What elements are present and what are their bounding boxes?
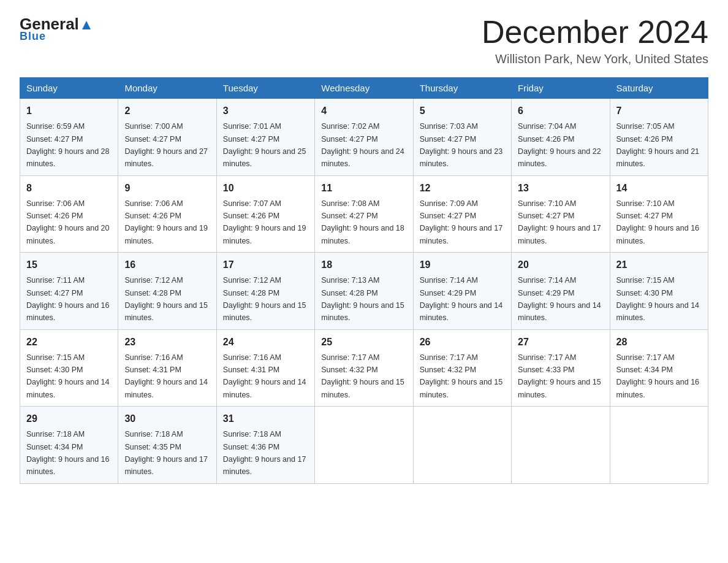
day-number: 27 — [518, 335, 603, 350]
day-info: Sunrise: 7:16 AMSunset: 4:31 PMDaylight:… — [223, 353, 306, 399]
day-info: Sunrise: 7:14 AMSunset: 4:29 PMDaylight:… — [518, 276, 601, 322]
calendar-cell: 31 Sunrise: 7:18 AMSunset: 4:36 PMDaylig… — [216, 407, 314, 484]
calendar-cell: 18 Sunrise: 7:13 AMSunset: 4:28 PMDaylig… — [315, 253, 413, 330]
day-info: Sunrise: 7:06 AMSunset: 4:26 PMDaylight:… — [124, 199, 208, 245]
calendar-cell: 19 Sunrise: 7:14 AMSunset: 4:29 PMDaylig… — [413, 253, 511, 330]
day-number: 11 — [321, 181, 406, 196]
day-number: 12 — [420, 181, 505, 196]
day-info: Sunrise: 7:08 AMSunset: 4:27 PMDaylight:… — [321, 199, 404, 245]
svg-marker-0 — [82, 21, 91, 29]
day-info: Sunrise: 7:06 AMSunset: 4:26 PMDaylight:… — [26, 199, 110, 245]
location-subtitle: Williston Park, New York, United States — [482, 52, 708, 66]
days-of-week-row: Sunday Monday Tuesday Wednesday Thursday… — [20, 78, 708, 99]
calendar-cell: 3 Sunrise: 7:01 AMSunset: 4:27 PMDayligh… — [216, 99, 314, 176]
day-number: 17 — [223, 258, 308, 272]
calendar-cell: 5 Sunrise: 7:03 AMSunset: 4:27 PMDayligh… — [413, 99, 511, 176]
calendar-cell: 1 Sunrise: 6:59 AMSunset: 4:27 PMDayligh… — [20, 99, 118, 176]
day-info: Sunrise: 7:17 AMSunset: 4:33 PMDaylight:… — [518, 353, 601, 399]
header-saturday: Saturday — [610, 78, 708, 99]
day-info: Sunrise: 7:18 AMSunset: 4:35 PMDaylight:… — [124, 430, 208, 476]
day-number: 30 — [124, 412, 210, 426]
calendar-cell: 27 Sunrise: 7:17 AMSunset: 4:33 PMDaylig… — [512, 329, 610, 407]
header-tuesday: Tuesday — [216, 78, 314, 99]
calendar-cell — [512, 407, 610, 484]
day-info: Sunrise: 7:05 AMSunset: 4:26 PMDaylight:… — [616, 122, 700, 168]
day-number: 15 — [26, 258, 112, 272]
calendar-cell: 7 Sunrise: 7:05 AMSunset: 4:26 PMDayligh… — [610, 99, 708, 176]
header-friday: Friday — [512, 78, 610, 99]
day-info: Sunrise: 7:17 AMSunset: 4:32 PMDaylight:… — [420, 353, 503, 399]
day-info: Sunrise: 7:10 AMSunset: 4:27 PMDaylight:… — [616, 199, 700, 245]
logo: General Blue — [20, 15, 94, 43]
calendar-cell: 15 Sunrise: 7:11 AMSunset: 4:27 PMDaylig… — [20, 253, 118, 330]
calendar-cell: 20 Sunrise: 7:14 AMSunset: 4:29 PMDaylig… — [512, 253, 610, 330]
day-number: 19 — [420, 258, 505, 272]
calendar-week-row: 1 Sunrise: 6:59 AMSunset: 4:27 PMDayligh… — [20, 99, 708, 176]
calendar-cell: 23 Sunrise: 7:16 AMSunset: 4:31 PMDaylig… — [118, 329, 216, 407]
calendar-cell — [315, 407, 413, 484]
calendar-cell: 30 Sunrise: 7:18 AMSunset: 4:35 PMDaylig… — [118, 407, 216, 484]
calendar-cell: 2 Sunrise: 7:00 AMSunset: 4:27 PMDayligh… — [118, 99, 216, 176]
day-info: Sunrise: 7:18 AMSunset: 4:36 PMDaylight:… — [223, 430, 306, 476]
calendar-cell: 4 Sunrise: 7:02 AMSunset: 4:27 PMDayligh… — [315, 99, 413, 176]
calendar-cell: 14 Sunrise: 7:10 AMSunset: 4:27 PMDaylig… — [610, 175, 708, 253]
calendar-cell: 11 Sunrise: 7:08 AMSunset: 4:27 PMDaylig… — [315, 175, 413, 253]
calendar-week-row: 15 Sunrise: 7:11 AMSunset: 4:27 PMDaylig… — [20, 253, 708, 330]
day-info: Sunrise: 7:07 AMSunset: 4:26 PMDaylight:… — [223, 199, 306, 245]
day-number: 10 — [223, 181, 308, 196]
day-info: Sunrise: 7:14 AMSunset: 4:29 PMDaylight:… — [420, 276, 503, 322]
header-thursday: Thursday — [413, 78, 511, 99]
header-monday: Monday — [118, 78, 216, 99]
calendar-body: 1 Sunrise: 6:59 AMSunset: 4:27 PMDayligh… — [20, 99, 708, 484]
calendar-cell — [413, 407, 511, 484]
day-number: 25 — [321, 335, 406, 350]
calendar-cell: 10 Sunrise: 7:07 AMSunset: 4:26 PMDaylig… — [216, 175, 314, 253]
calendar-cell: 28 Sunrise: 7:17 AMSunset: 4:34 PMDaylig… — [610, 329, 708, 407]
logo-triangle-icon — [79, 15, 94, 34]
day-number: 6 — [518, 104, 603, 118]
day-info: Sunrise: 7:09 AMSunset: 4:27 PMDaylight:… — [420, 199, 503, 245]
calendar-cell: 16 Sunrise: 7:12 AMSunset: 4:28 PMDaylig… — [118, 253, 216, 330]
calendar-week-row: 8 Sunrise: 7:06 AMSunset: 4:26 PMDayligh… — [20, 175, 708, 253]
day-number: 21 — [616, 258, 702, 272]
calendar-cell: 21 Sunrise: 7:15 AMSunset: 4:30 PMDaylig… — [610, 253, 708, 330]
day-info: Sunrise: 7:15 AMSunset: 4:30 PMDaylight:… — [26, 353, 110, 399]
day-info: Sunrise: 7:17 AMSunset: 4:32 PMDaylight:… — [321, 353, 404, 399]
day-number: 1 — [26, 104, 112, 118]
day-info: Sunrise: 7:00 AMSunset: 4:27 PMDaylight:… — [124, 122, 208, 168]
calendar-cell — [610, 407, 708, 484]
day-info: Sunrise: 7:01 AMSunset: 4:27 PMDaylight:… — [223, 122, 306, 168]
day-info: Sunrise: 7:12 AMSunset: 4:28 PMDaylight:… — [223, 276, 306, 322]
day-number: 23 — [124, 335, 210, 350]
day-info: Sunrise: 7:03 AMSunset: 4:27 PMDaylight:… — [420, 122, 503, 168]
day-info: Sunrise: 7:11 AMSunset: 4:27 PMDaylight:… — [26, 276, 110, 322]
day-number: 2 — [124, 104, 210, 118]
calendar-cell: 8 Sunrise: 7:06 AMSunset: 4:26 PMDayligh… — [20, 175, 118, 253]
day-info: Sunrise: 7:04 AMSunset: 4:26 PMDaylight:… — [518, 122, 601, 168]
day-info: Sunrise: 7:13 AMSunset: 4:28 PMDaylight:… — [321, 276, 404, 322]
calendar-week-row: 29 Sunrise: 7:18 AMSunset: 4:34 PMDaylig… — [20, 407, 708, 484]
day-number: 31 — [223, 412, 308, 426]
page-header: General Blue December 2024 Williston Par… — [20, 15, 708, 66]
day-number: 18 — [321, 258, 406, 272]
calendar-cell: 24 Sunrise: 7:16 AMSunset: 4:31 PMDaylig… — [216, 329, 314, 407]
day-info: Sunrise: 7:15 AMSunset: 4:30 PMDaylight:… — [616, 276, 700, 322]
day-number: 24 — [223, 335, 308, 350]
day-info: Sunrise: 7:16 AMSunset: 4:31 PMDaylight:… — [124, 353, 208, 399]
calendar-cell: 29 Sunrise: 7:18 AMSunset: 4:34 PMDaylig… — [20, 407, 118, 484]
day-info: Sunrise: 7:17 AMSunset: 4:34 PMDaylight:… — [616, 353, 700, 399]
day-info: Sunrise: 7:12 AMSunset: 4:28 PMDaylight:… — [124, 276, 208, 322]
day-number: 26 — [420, 335, 505, 350]
day-number: 5 — [420, 104, 505, 118]
day-info: Sunrise: 7:18 AMSunset: 4:34 PMDaylight:… — [26, 430, 110, 476]
calendar-cell: 25 Sunrise: 7:17 AMSunset: 4:32 PMDaylig… — [315, 329, 413, 407]
calendar-week-row: 22 Sunrise: 7:15 AMSunset: 4:30 PMDaylig… — [20, 329, 708, 407]
day-number: 22 — [26, 335, 112, 350]
calendar-cell: 22 Sunrise: 7:15 AMSunset: 4:30 PMDaylig… — [20, 329, 118, 407]
day-number: 20 — [518, 258, 603, 272]
day-number: 4 — [321, 104, 406, 118]
month-title: December 2024 — [482, 15, 708, 50]
day-info: Sunrise: 7:10 AMSunset: 4:27 PMDaylight:… — [518, 199, 601, 245]
day-number: 16 — [124, 258, 210, 272]
day-number: 13 — [518, 181, 603, 196]
